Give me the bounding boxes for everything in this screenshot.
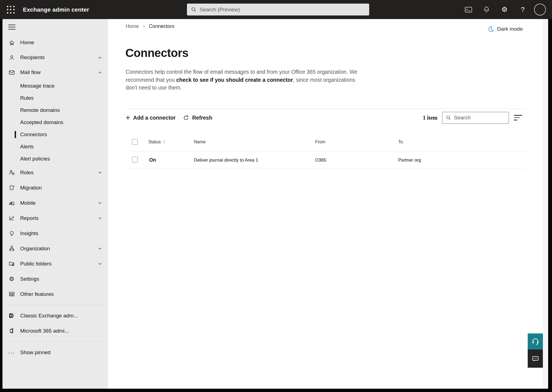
column-header-status[interactable]: Status↑ (148, 140, 165, 144)
avatar (534, 4, 546, 15)
settings-button[interactable]: ⚙ (500, 0, 509, 19)
dark-mode-label: Dark mode (497, 26, 523, 32)
sidebar-divider (8, 341, 102, 342)
sidebar-item-alerts[interactable]: Alerts (2, 141, 108, 153)
refresh-button[interactable]: Refresh (183, 111, 212, 125)
sidebar-item-other-features[interactable]: Other features (2, 286, 108, 302)
sidebar-item-label: Mobile (20, 200, 36, 206)
sidebar-item-insights[interactable]: Insights (2, 226, 108, 241)
folder-globe-icon (8, 261, 15, 267)
sidebar-item-recipients[interactable]: Recipients (2, 50, 108, 65)
refresh-icon (183, 115, 189, 121)
global-search-input[interactable] (200, 7, 365, 13)
page-description: Connectors help control the flow of emai… (126, 68, 361, 92)
table-header-row: Status↑ Name From To (108, 140, 548, 148)
sidebar-item-label: Public folders (20, 261, 52, 267)
sidebar-item-classic-exchange-admin[interactable]: E Classic Exchange adm... (2, 308, 108, 323)
row-name: Deliver journal directly to Area 1 (194, 157, 258, 162)
sidebar-item-home[interactable]: Home (2, 35, 108, 50)
search-icon (191, 7, 197, 12)
refresh-label: Refresh (192, 115, 212, 121)
sidebar-item-label: Rules (20, 95, 34, 101)
row-checkbox[interactable] (132, 157, 138, 162)
sidebar-item-accepted-domains[interactable]: Accepted domains (2, 116, 108, 128)
page-arrow-icon (8, 185, 15, 191)
envelope-icon (8, 69, 15, 76)
column-header-label: Status (148, 140, 161, 144)
question-mark-icon: ? (521, 6, 524, 14)
breadcrumb-current: Connectors (149, 23, 174, 29)
person-briefcase-icon (8, 169, 15, 176)
sidebar-item-label: Connectors (20, 131, 47, 138)
sidebar-item-label: Other features (20, 291, 54, 297)
sidebar-item-label: Reports (20, 215, 39, 221)
left-navigation: Home Recipients Mail flow (2, 19, 108, 389)
row-divider (126, 168, 526, 169)
nav-collapse-button[interactable] (8, 25, 15, 30)
breadcrumb-home-link[interactable]: Home (126, 23, 139, 29)
table-row[interactable]: On Deliver journal directly to Area 1 O3… (108, 151, 548, 168)
sidebar-item-mail-flow[interactable]: Mail flow (2, 65, 108, 80)
line-chart-icon (8, 215, 15, 222)
sidebar-item-roles[interactable]: Roles (2, 165, 108, 180)
toolbar-top-divider (126, 109, 526, 109)
toolbar-right-group: 1 item (423, 111, 522, 125)
sidebar-item-public-folders[interactable]: Public folders (2, 256, 108, 271)
chevron-down-icon (98, 262, 102, 266)
sidebar-item-mobile[interactable]: Mobile (2, 195, 108, 211)
filter-sort-button[interactable] (514, 114, 522, 122)
vertical-scrollbar[interactable] (543, 19, 548, 389)
global-search-box[interactable] (187, 4, 369, 15)
dark-mode-toggle[interactable]: Dark mode (488, 26, 523, 32)
sidebar-item-label: Insights (20, 230, 38, 236)
chevron-down-icon (98, 170, 102, 175)
notifications-button[interactable] (482, 0, 492, 19)
command-bar: + Add a connector Refresh 1 item (126, 111, 526, 125)
add-connector-button[interactable]: + Add a connector (126, 111, 176, 125)
chevron-down-icon (98, 56, 102, 60)
sidebar-item-label: Roles (20, 170, 34, 176)
sidebar-item-label: Alerts (20, 144, 34, 150)
help-button[interactable]: ? (519, 0, 527, 19)
sidebar-item-organization[interactable]: Organization (2, 241, 108, 256)
column-header-name[interactable]: Name (194, 140, 206, 144)
sidebar-item-alert-policies[interactable]: Alert policies (2, 153, 108, 165)
sidebar-item-label: Home (20, 40, 34, 46)
sidebar-item-microsoft-365-admin[interactable]: Microsoft 365 admi... (2, 323, 108, 338)
app-title: Exchange admin center (23, 0, 89, 19)
bars-phone-icon (8, 200, 15, 206)
exchange-admin-center-window: Exchange admin center ⚙ ? (0, 0, 552, 392)
row-from: O365 (315, 157, 326, 162)
sidebar-item-settings[interactable]: ⚙ Settings (2, 271, 108, 286)
list-search-input[interactable] (454, 115, 505, 121)
account-avatar-button[interactable] (533, 0, 546, 19)
powershell-terminal-button[interactable] (463, 0, 473, 19)
sidebar-item-migration[interactable]: Migration (2, 180, 108, 195)
sidebar-item-connectors-selected[interactable]: Connectors (2, 128, 108, 141)
column-header-from[interactable]: From (315, 140, 325, 144)
sidebar-divider (8, 305, 102, 305)
sort-up-arrow-icon: ↑ (163, 140, 165, 144)
sidebar-item-show-pinned[interactable]: ··· Show pinned (2, 345, 108, 360)
sidebar-item-label: Microsoft 365 admi... (20, 328, 69, 334)
chat-bubble-icon (531, 354, 540, 363)
sidebar-item-label: Settings (20, 276, 39, 282)
ellipsis-icon: ··· (8, 349, 15, 356)
sidebar-item-message-trace[interactable]: Message trace (2, 80, 108, 92)
sidebar-item-remote-domains[interactable]: Remote domains (2, 104, 108, 116)
item-count: 1 item (423, 115, 437, 121)
column-header-to[interactable]: To (398, 140, 403, 144)
chevron-down-icon (98, 201, 102, 205)
support-button[interactable] (528, 333, 543, 349)
feedback-button[interactable] (528, 349, 543, 368)
sidebar-item-rules[interactable]: Rules (2, 92, 108, 104)
chevron-down-icon (98, 216, 102, 220)
nav-list: Home Recipients Mail flow (2, 35, 108, 360)
list-search-box[interactable] (442, 112, 509, 124)
app-launcher-button[interactable] (6, 5, 15, 14)
sidebar-item-reports[interactable]: Reports (2, 211, 108, 226)
select-all-checkbox[interactable] (132, 139, 138, 145)
sidebar-item-label: Show pinned (20, 349, 51, 356)
sidebar-item-label: Classic Exchange adm... (20, 313, 78, 319)
org-tree-icon (8, 245, 15, 252)
